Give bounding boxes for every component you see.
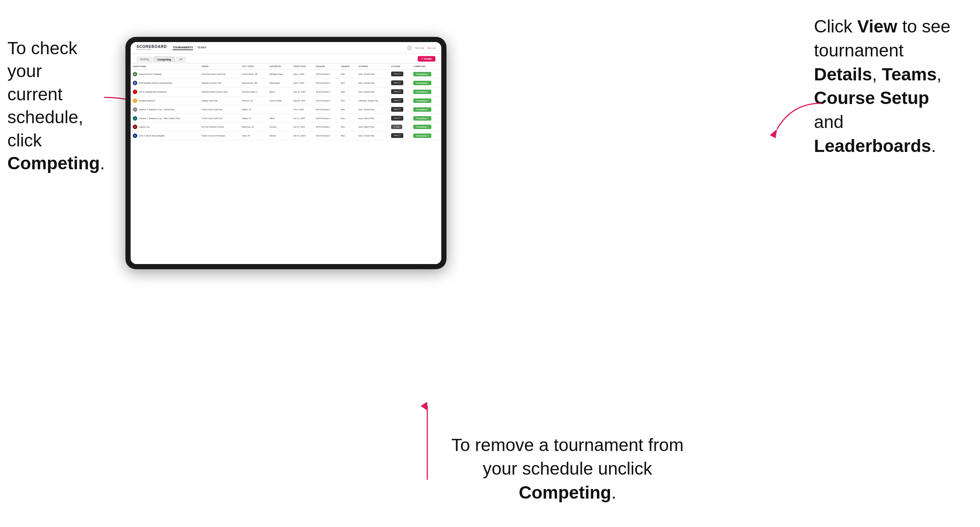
venue-cell: Papago Golf Club xyxy=(199,96,239,105)
competing-cell: Competing ✓ xyxy=(411,123,441,131)
hosted-by-cell: ABAC xyxy=(267,114,291,123)
annotation-left-text: To check yourcurrent schedule,click Comp… xyxy=(7,38,105,173)
table-body: M Folds of Honor Collegiate American Dun… xyxy=(130,70,441,140)
actions-cell: View ⓘ xyxy=(389,79,411,87)
view-button[interactable]: View ⓘ xyxy=(391,116,403,121)
actions-cell: View ⓘ xyxy=(389,96,411,105)
event-name-cell: M Folds of Honor Collegiate xyxy=(130,70,199,79)
city-cell: Dallas, TX xyxy=(240,114,267,123)
team-logo: J xyxy=(133,116,137,121)
team-logo: A xyxy=(133,125,137,129)
view-button[interactable]: View ⓘ xyxy=(391,80,403,85)
table-row: A Copper Cup Ak-Chin Southern DunesMaric… xyxy=(130,123,441,131)
nav-teams[interactable]: TEAMS xyxy=(197,45,207,50)
event-name: Folds of Honor Collegiate xyxy=(139,73,162,75)
user-name: Test User xyxy=(415,47,424,49)
start-date-cell: Sep 18, 2023 xyxy=(291,96,313,105)
tournaments-table: EVENT NAME VENUE CITY, STATE HOSTED BY S… xyxy=(130,63,441,140)
actions-cell: View ⓘ xyxy=(389,105,411,114)
view-button[interactable]: View ⓘ xyxy=(391,71,403,76)
tablet-screen: SCOREBOARD Powered by clippi TOURNAMENTS… xyxy=(130,42,441,264)
sign-out-link[interactable]: Sign out xyxy=(427,47,435,49)
team-logo: M xyxy=(133,72,137,76)
event-name-cell: H John A. Burns Intercollegiate xyxy=(130,131,199,140)
competing-button[interactable]: Competing ✓ xyxy=(413,116,431,121)
scoring-cell: team, Stroke Play xyxy=(356,87,388,96)
col-scoring: SCORING xyxy=(356,63,388,70)
create-button[interactable]: + Create xyxy=(418,56,435,62)
start-date-cell: Oct 11, 2023 xyxy=(291,114,313,123)
tab-competing[interactable]: Competing xyxy=(153,56,175,63)
start-date-cell: Sep 15, 2023 xyxy=(291,87,313,96)
competing-button[interactable]: Competing ✓ xyxy=(413,125,431,129)
scoring-cell: individual, Stroke Play xyxy=(356,96,388,105)
competing-button[interactable]: Competing ✓ xyxy=(413,107,431,112)
venue-cell: Ak-Chin Southern Dunes xyxy=(199,123,239,131)
start-date-cell: Sep 4, 2023 xyxy=(291,70,313,79)
view-button[interactable]: View ⓘ xyxy=(391,89,403,94)
nav-left: SCOREBOARD Powered by clippi TOURNAMENTS… xyxy=(137,45,206,51)
venue-cell: Trinity Forest Golf Club xyxy=(199,114,239,123)
competing-button[interactable]: Competing ✓ xyxy=(413,133,431,138)
col-competing: COMPETING xyxy=(411,63,441,70)
nav-tournaments[interactable]: TOURNAMENTS xyxy=(173,45,192,50)
event-name: 2023 Sahalee Players Championship xyxy=(139,82,172,84)
view-button[interactable]: View ⓘ xyxy=(391,107,403,112)
division-cell: NCAA Division I xyxy=(313,131,339,140)
start-date-cell: Jan 14, 2024 xyxy=(291,123,313,131)
competing-button[interactable]: Competing ✓ xyxy=(413,90,431,94)
edit-button[interactable]: ✏ Edit xyxy=(391,125,402,129)
gender-cell: Men xyxy=(339,87,356,96)
hosted-by-cell: Arizona xyxy=(267,123,291,131)
view-button[interactable]: View ⓘ xyxy=(391,133,403,138)
top-nav: SCOREBOARD Powered by clippi TOURNAMENTS… xyxy=(130,42,441,54)
scoring-cell: team, Stroke Play xyxy=(356,70,388,79)
arrow-top-right-to-view xyxy=(770,100,829,144)
gender-cell: Men xyxy=(339,79,356,87)
competing-cell: Competing ✓ xyxy=(411,70,441,79)
competing-cell: Competing ✓ xyxy=(411,87,441,96)
gender-cell: Men xyxy=(339,131,356,140)
scoring-cell: team, Stroke Play xyxy=(356,79,388,87)
arrow-bottom-to-competing xyxy=(416,402,438,484)
table-header-row: EVENT NAME VENUE CITY, STATE HOSTED BY S… xyxy=(130,63,441,70)
annotation-bottom: To remove a tournament fromyour schedule… xyxy=(438,433,697,505)
team-logo: I xyxy=(133,90,137,94)
competing-button[interactable]: Competing ✓ xyxy=(413,98,431,103)
hosted-by-cell: Hawaii xyxy=(267,131,291,140)
competing-button[interactable]: Competing ✓ xyxy=(413,72,431,76)
division-cell: NCAA Division I xyxy=(313,96,339,105)
start-date-cell: Feb 15, 2024 xyxy=(291,131,313,140)
tournaments-table-container: EVENT NAME VENUE CITY, STATE HOSTED BY S… xyxy=(130,63,441,264)
city-cell: Olympia Fields, IL xyxy=(240,87,267,96)
logo-sub: Powered by clippi xyxy=(137,49,167,51)
col-event-name: EVENT NAME xyxy=(130,63,199,70)
table-row: W 2023 Sahalee Players Championship Saha… xyxy=(130,79,441,87)
venue-cell: American Dunes Golf Club xyxy=(199,70,239,79)
tab-all[interactable]: All xyxy=(176,56,186,63)
venue-cell: Sahalee Country Club xyxy=(199,79,239,87)
city-cell: Sammamish, WA xyxy=(240,79,267,87)
table-row: I OFCC Fighting Illini Invitational Olym… xyxy=(130,87,441,96)
scoring-cell: team, Match Play xyxy=(356,114,388,123)
city-cell: Phoenix, AZ xyxy=(240,96,267,105)
city-cell: Maricopa, AZ xyxy=(240,123,267,131)
competing-cell: Competing ✓ xyxy=(411,114,441,123)
event-name-cell: J Jackson T. Stephens Cup – Men's Match … xyxy=(130,114,199,123)
event-name-cell: W 2023 Sahalee Players Championship xyxy=(130,79,199,87)
division-cell: NCAA Division I xyxy=(313,123,339,131)
city-cell: Lihue, HI xyxy=(240,131,267,140)
competing-button[interactable]: Competing ✓ xyxy=(413,81,431,85)
scoring-cell: team, Stroke Play xyxy=(356,105,388,114)
col-actions: ACTIONS xyxy=(389,63,411,70)
tab-hosting[interactable]: Hosting xyxy=(137,56,153,63)
competing-cell: Competing ✓ xyxy=(411,131,441,140)
team-logo: H xyxy=(133,133,137,138)
event-name: Copper Cup xyxy=(139,126,150,128)
venue-cell: Olympia Fields Country Club xyxy=(199,87,239,96)
gender-cell: Men xyxy=(339,114,356,123)
view-button[interactable]: View ⓘ xyxy=(391,98,403,103)
table-row: M Folds of Honor Collegiate American Dun… xyxy=(130,70,441,79)
nav-right: Test User Sign out xyxy=(407,45,435,51)
competing-cell: Competing ✓ xyxy=(411,79,441,87)
